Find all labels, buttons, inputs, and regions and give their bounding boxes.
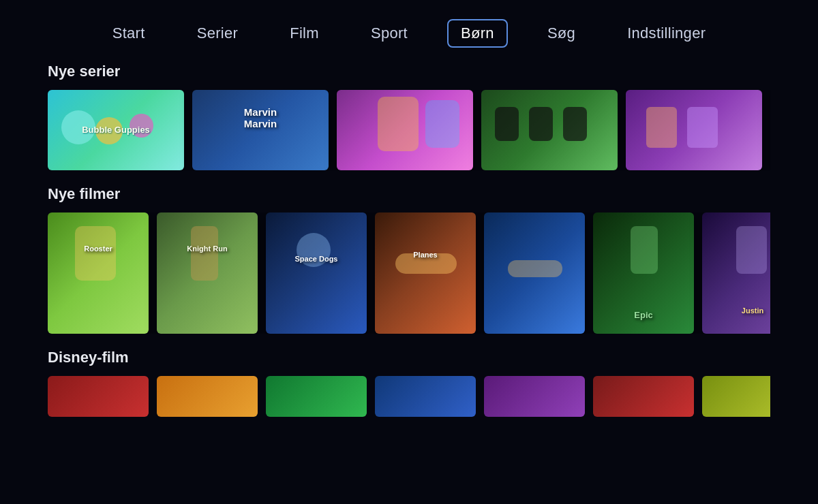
card-disney7[interactable]: [702, 376, 770, 417]
card-knight[interactable]: Knight Run: [157, 212, 258, 334]
card-planes2[interactable]: [484, 212, 585, 334]
new-series-section: Nye serier Bubble Guppies Marvin Marvin: [0, 63, 818, 170]
card-marvin-label: Marvin Marvin: [226, 107, 294, 129]
card-planes-label: Planes: [413, 251, 437, 259]
card-disney2[interactable]: [157, 376, 258, 417]
disney-cards: [48, 376, 770, 417]
nav-item-indstillinger[interactable]: Indstillinger: [615, 20, 718, 46]
card-knight-label: Knight Run: [187, 245, 227, 253]
card-epic-label: Epic: [634, 311, 652, 320]
nav-item-sport[interactable]: Sport: [359, 20, 420, 46]
card-icarly[interactable]: [626, 90, 762, 170]
nav-item-start[interactable]: Start: [100, 20, 157, 46]
new-series-title: Nye serier: [48, 63, 770, 80]
card-spacedogs-label: Space Dogs: [295, 255, 338, 263]
card-bubbles[interactable]: Bubble Guppies: [48, 90, 184, 170]
new-movies-cards: Rooster Knight Run Space Dogs Planes: [48, 212, 770, 334]
new-movies-title: Nye filmer: [48, 185, 770, 203]
nav-item-film[interactable]: Film: [277, 20, 331, 46]
card-rooster[interactable]: Rooster: [48, 212, 149, 334]
card-disney-show[interactable]: [337, 90, 473, 170]
nav-item-serier[interactable]: Serier: [185, 20, 251, 46]
card-epic[interactable]: Epic: [593, 212, 694, 334]
card-disney6[interactable]: [593, 376, 694, 417]
main-nav: Start Serier Film Sport Børn Søg Indstil…: [0, 0, 818, 63]
disney-title: Disney-film: [48, 349, 770, 366]
card-rooster-label: Rooster: [84, 245, 112, 253]
nav-item-sog[interactable]: Søg: [535, 20, 588, 46]
disney-section: Disney-film: [0, 349, 818, 417]
card-spacedogs[interactable]: Space Dogs: [266, 212, 367, 334]
nav-item-born[interactable]: Børn: [447, 19, 508, 48]
card-disney5[interactable]: [484, 376, 585, 417]
card-marvin[interactable]: Marvin Marvin: [192, 90, 329, 170]
card-planes[interactable]: Planes: [375, 212, 476, 334]
card-justin[interactable]: Justin: [702, 212, 770, 334]
card-bubbles-label: Bubble Guppies: [82, 125, 150, 135]
card-disney3[interactable]: [266, 376, 367, 417]
card-justin-label: Justin: [742, 306, 763, 315]
card-disney1[interactable]: [48, 376, 149, 417]
card-disney4[interactable]: [375, 376, 476, 417]
card-penguins[interactable]: [481, 90, 618, 170]
new-movies-section: Nye filmer Rooster Knight Run Space Dogs: [0, 185, 818, 334]
new-series-cards: Bubble Guppies Marvin Marvin: [48, 90, 770, 170]
